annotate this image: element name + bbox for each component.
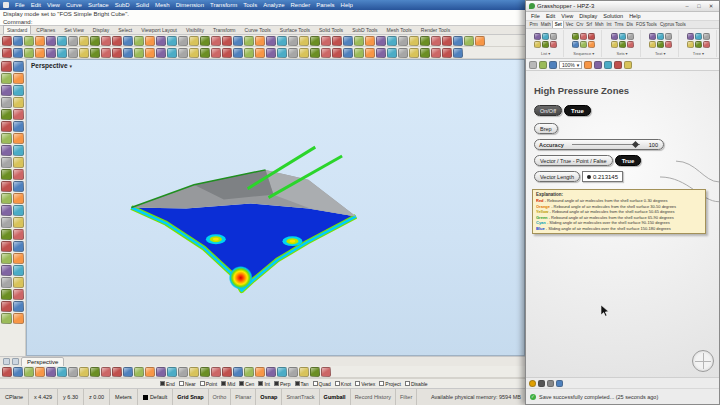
status-toggle-smarttrack[interactable]: SmartTrack [282,389,319,405]
toolbar-icon[interactable] [35,48,45,58]
toolbar-icon[interactable] [431,48,441,58]
menu-item-curve[interactable]: Curve [63,2,85,8]
grasshopper-titlebar[interactable]: Grasshopper - HPZ-3 – □ ✕ [526,1,719,12]
component-icon[interactable] [687,33,694,40]
toolbar-icon[interactable] [68,367,78,377]
toolbar-icon[interactable] [365,48,375,58]
sidebar-tool-icon[interactable] [1,241,12,252]
gh-tab-dis[interactable]: Dis [625,21,635,28]
gh-tab-prm[interactable]: Prm [528,21,539,28]
toolbar-tab-viewport-layout[interactable]: Viewport Layout [137,25,181,34]
warning-icon[interactable] [529,380,536,387]
toolbar-icon[interactable] [101,48,111,58]
aircraft-model[interactable] [27,60,524,355]
component-icon[interactable] [550,41,557,48]
sidebar-tool-icon[interactable] [13,265,24,276]
toolbar-icon[interactable] [376,36,386,46]
toolbar-icon[interactable] [354,48,364,58]
cplane-selector[interactable]: CPlane [0,389,29,405]
toolbar-icon[interactable] [244,48,254,58]
toolbar-icon[interactable] [442,48,452,58]
toolbar-icon[interactable] [343,48,353,58]
toolbar-icon[interactable] [90,36,100,46]
osnap-mid[interactable]: Mid [221,381,235,387]
sidebar-tool-icon[interactable] [1,61,12,72]
toolbar-icon[interactable] [200,36,210,46]
vector-toggle-component[interactable]: Vector / True - Point / False True [534,155,641,166]
sidebar-tool-icon[interactable] [13,121,24,132]
checkbox[interactable] [160,381,165,386]
vector-length-value[interactable]: 0.213145 [582,171,623,182]
toolbar-icon[interactable] [200,48,210,58]
toolbar-icon[interactable] [244,36,254,46]
toolbar-icon[interactable] [233,36,243,46]
menu-item-dimension[interactable]: Dimension [173,2,207,8]
toolbar-icon[interactable] [145,36,155,46]
sidebar-tool-icon[interactable] [13,229,24,240]
component-icon[interactable] [572,41,579,48]
menu-item-tools[interactable]: Tools [240,2,260,8]
toolbar-icon[interactable] [101,36,111,46]
component-icon[interactable] [588,33,595,40]
sidebar-tool-icon[interactable] [13,289,24,300]
menu-item-render[interactable]: Render [288,2,314,8]
sidebar-tool-icon[interactable] [1,229,12,240]
toolbar-icon[interactable] [321,36,331,46]
sidebar-tool-icon[interactable] [13,133,24,144]
canvas-tool-icon[interactable] [594,61,602,69]
toolbar-icon[interactable] [288,48,298,58]
sidebar-tool-icon[interactable] [13,205,24,216]
sidebar-tool-icon[interactable] [13,157,24,168]
toolbar-icon[interactable] [244,367,254,377]
sidebar-tool-icon[interactable] [1,157,12,168]
menu-item-edit[interactable]: Edit [28,2,44,8]
close-button[interactable]: ✕ [706,3,716,9]
toolbar-icon[interactable] [24,36,34,46]
toolbar-tab-set-view[interactable]: Set View [60,25,88,34]
toolbar-icon[interactable] [189,367,199,377]
toolbar-icon[interactable] [354,36,364,46]
sidebar-tool-icon[interactable] [1,121,12,132]
toolbar-icon[interactable] [134,36,144,46]
toolbar-icon[interactable] [398,36,408,46]
component-icon[interactable] [687,41,694,48]
toolbar-icon[interactable] [453,48,463,58]
minimize-button[interactable]: – [682,3,692,9]
toolbar-icon[interactable] [222,36,232,46]
toolbar-icon[interactable] [178,36,188,46]
component-icon[interactable] [534,33,541,40]
sidebar-tool-icon[interactable] [1,301,12,312]
toolbar-icon[interactable] [35,367,45,377]
accuracy-slider[interactable]: Accuracy 100 [534,139,664,150]
onoff-value[interactable]: True [564,105,591,116]
osnap-quad[interactable]: Quad [313,381,331,387]
toolbar-icon[interactable] [222,48,232,58]
component-icon[interactable] [534,41,541,48]
menu-item-surface[interactable]: Surface [85,2,112,8]
command-area[interactable]: Display mode set to "FOS Simple Bright C… [0,10,525,26]
viewport-grid-icon[interactable] [3,358,10,365]
toolbar-icon[interactable] [112,48,122,58]
toolbar-tab-select[interactable]: Select [114,25,136,34]
sidebar-tool-icon[interactable] [1,73,12,84]
sidebar-tool-icon[interactable] [1,97,12,108]
units-indicator[interactable]: Meters [110,389,138,405]
toolbar-icon[interactable] [145,48,155,58]
sidebar-tool-icon[interactable] [13,109,24,120]
checkbox[interactable] [405,381,410,386]
sidebar-tool-icon[interactable] [13,85,24,96]
component-icon[interactable] [695,33,702,40]
explanation-panel[interactable]: Explanation: Red - Rebound angle of air … [532,189,706,234]
toolbar-icon[interactable] [376,48,386,58]
sidebar-tool-icon[interactable] [1,217,12,228]
status-toggle-grid-snap[interactable]: Grid Snap [173,389,208,405]
toolbar-icon[interactable] [101,367,111,377]
component-icon[interactable] [703,41,710,48]
gh-menu-item-solution[interactable]: Solution [600,13,626,19]
toolbar-icon[interactable] [321,367,331,377]
checkbox[interactable] [379,381,384,386]
menu-item-view[interactable]: View [44,2,63,8]
gh-tab-crv[interactable]: Crv [575,21,585,28]
checkbox[interactable] [313,381,318,386]
component-icon[interactable] [649,33,656,40]
